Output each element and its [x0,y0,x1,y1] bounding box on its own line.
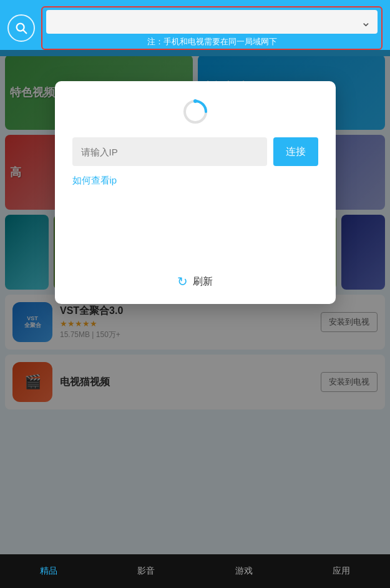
modal-header [72,99,318,125]
modal-overlay: 连接 如何查看ip ↻ 刷新 [0,50,390,554]
dropdown-wrap: ⌄ 注：手机和电视需要在同一局域网下 [41,6,383,50]
chevron-down-icon: ⌄ [361,14,371,29]
ip-input[interactable] [72,137,267,166]
svg-point-3 [193,99,197,103]
connect-button[interactable]: 连接 [273,137,318,166]
dropdown-field[interactable]: ⌄ [46,10,378,34]
how-to-link[interactable]: 如何查看ip [72,175,318,187]
nav-item-games[interactable]: 游戏 [195,554,293,588]
ip-input-row: 连接 [72,137,318,166]
refresh-row[interactable]: ↻ 刷新 [72,274,318,289]
nav-item-featured[interactable]: 精品 [0,554,97,588]
header-bar: ⌄ 注：手机和电视需要在同一局域网下 [0,0,390,56]
nav-item-video[interactable]: 影音 [97,554,195,588]
nav-item-apps[interactable]: 应用 [293,554,390,588]
refresh-icon: ↻ [177,274,188,289]
bottom-nav: 精品 影音 游戏 应用 [0,554,390,588]
connect-modal: 连接 如何查看ip ↻ 刷新 [55,81,336,304]
refresh-label: 刷新 [193,275,213,288]
search-icon[interactable] [7,14,35,42]
header-note: 注：手机和电视需要在同一局域网下 [46,36,378,47]
device-list-area [72,193,318,268]
spinner [182,99,208,125]
svg-line-1 [23,30,26,33]
